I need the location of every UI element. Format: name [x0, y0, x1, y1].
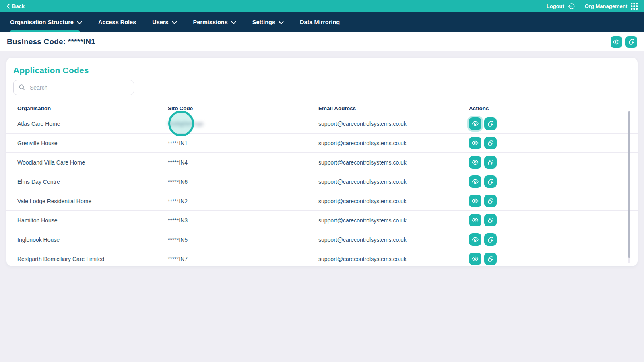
chevron-down-icon [172, 21, 177, 25]
application-codes-card: Application Codes Organisation Site Code… [6, 58, 638, 266]
nav-item-permissions[interactable]: Permissions [193, 12, 236, 32]
logout-label: Logout [547, 3, 564, 9]
chevron-down-icon [77, 21, 82, 25]
eye-icon [471, 236, 479, 243]
view-button[interactable] [469, 233, 481, 246]
view-button[interactable] [469, 195, 481, 207]
eye-icon [613, 38, 620, 46]
site-code-cell: *****IN5 [168, 230, 318, 249]
email-cell: support@carecontrolsystems.co.uk [318, 159, 469, 166]
logout-circle-icon [568, 2, 575, 10]
email-cell: support@carecontrolsystems.co.uk [318, 256, 469, 262]
search-input[interactable] [13, 80, 134, 95]
copy-icon [487, 256, 494, 262]
site-code-cell: Xxdtg0erfcga [168, 114, 318, 133]
site-code-value: *****IN2 [168, 198, 188, 204]
eye-icon [471, 255, 479, 263]
organisation-cell: Hamilton House [17, 217, 168, 224]
table-row: Woodland Villa Care Home *****IN4 suppor… [6, 152, 638, 172]
email-cell: support@carecontrolsystems.co.uk [318, 121, 469, 127]
table-scrollbar[interactable] [628, 111, 630, 263]
site-code-value: *****IN3 [168, 217, 188, 224]
copy-icon [487, 140, 494, 146]
chevron-down-icon [231, 21, 236, 25]
copy-button[interactable] [484, 117, 497, 130]
eye-icon [471, 178, 479, 185]
site-code-cell: *****IN2 [168, 191, 318, 210]
column-header-actions: Actions [469, 105, 638, 111]
site-code-value: *****IN7 [168, 256, 188, 262]
copy-button[interactable] [484, 137, 497, 149]
organisation-cell: Restgarth Domiciliary Care Limited [17, 256, 168, 262]
copy-icon [487, 121, 494, 127]
nav-item-organisation-structure[interactable]: Organisation Structure [10, 12, 82, 32]
view-button[interactable] [469, 156, 481, 169]
nav-item-settings[interactable]: Settings [252, 12, 284, 32]
view-business-code-button[interactable] [611, 36, 622, 48]
copy-button[interactable] [484, 195, 497, 207]
nav-item-access-roles[interactable]: Access Roles [98, 12, 136, 32]
copy-button[interactable] [484, 253, 497, 265]
org-management-button[interactable]: Org Management [585, 3, 638, 10]
nav-item-label: Permissions [193, 19, 228, 25]
grid-icon [631, 3, 638, 10]
organisation-cell: Vale Lodge Residential Home [17, 198, 168, 204]
page-header: Business Code: *****IN1 [0, 32, 644, 51]
copy-icon [487, 217, 494, 224]
organisation-cell: Inglenook House [17, 237, 168, 243]
view-button[interactable] [469, 214, 481, 226]
email-cell: support@carecontrolsystems.co.uk [318, 217, 469, 224]
column-header-email: Email Address [318, 105, 469, 111]
site-code-cell: *****IN7 [168, 249, 318, 266]
copy-icon [487, 179, 494, 185]
view-button[interactable] [469, 253, 481, 265]
copy-business-code-button[interactable] [625, 36, 637, 48]
organisation-cell: Grenville House [17, 140, 168, 146]
view-button[interactable] [469, 137, 481, 149]
email-cell: support@carecontrolsystems.co.uk [318, 179, 469, 185]
view-button[interactable] [469, 117, 481, 130]
copy-icon [487, 198, 494, 204]
site-code-cell: *****IN4 [168, 153, 318, 172]
copy-icon [628, 39, 635, 45]
chevron-down-icon [279, 21, 284, 25]
redacted-site-code: Xxdtg0erfcga [168, 121, 204, 127]
org-management-label: Org Management [585, 3, 627, 9]
back-button[interactable]: Back [6, 3, 25, 9]
table-scrollbar-thumb[interactable] [628, 111, 630, 258]
eye-icon [471, 158, 479, 166]
site-code-cell: *****IN1 [168, 134, 318, 152]
table-row: Grenville House *****IN1 support@carecon… [6, 133, 638, 152]
email-cell: support@carecontrolsystems.co.uk [318, 198, 469, 204]
copy-icon [487, 237, 494, 243]
logout-button[interactable]: Logout [547, 2, 575, 10]
table-row: Restgarth Domiciliary Care Limited *****… [6, 249, 638, 266]
view-button[interactable] [469, 175, 481, 188]
eye-icon [471, 216, 479, 224]
site-code-cell: *****IN3 [168, 211, 318, 230]
topbar: Back Logout Org Management [0, 0, 644, 12]
content-area: Application Codes Organisation Site Code… [0, 51, 644, 362]
nav-item-data-mirroring[interactable]: Data Mirroring [300, 12, 340, 32]
table-row: Inglenook House *****IN5 support@carecon… [6, 230, 638, 249]
eye-icon [471, 197, 479, 205]
eye-icon [471, 120, 479, 128]
column-header-organisation: Organisation [17, 105, 168, 111]
copy-button[interactable] [484, 156, 497, 169]
nav-item-label: Settings [252, 19, 275, 25]
site-code-cell: *****IN6 [168, 172, 318, 191]
organisation-cell: Elms Day Centre [17, 179, 168, 185]
copy-button[interactable] [484, 233, 497, 246]
organisation-cell: Woodland Villa Care Home [17, 159, 168, 166]
copy-button[interactable] [484, 214, 497, 226]
table-header-row: Organisation Site Code Email Address Act… [6, 103, 638, 114]
page-title: Business Code: *****IN1 [7, 37, 95, 46]
table-body: Atlas Care Home Xxdtg0erfcga support@car… [6, 114, 638, 266]
eye-icon [471, 139, 479, 147]
nav-item-users[interactable]: Users [152, 12, 177, 32]
nav-item-label: Access Roles [98, 19, 136, 25]
table-row: Atlas Care Home Xxdtg0erfcga support@car… [6, 114, 638, 133]
column-header-site-code: Site Code [168, 105, 318, 111]
copy-button[interactable] [484, 175, 497, 188]
site-code-value: *****IN5 [168, 237, 188, 243]
